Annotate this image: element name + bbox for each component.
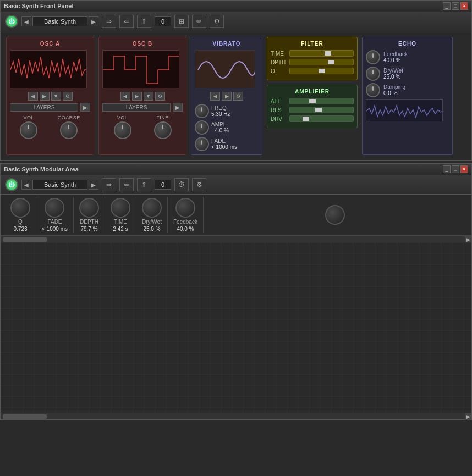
osc-b-layers-label: LAYERS [102,103,171,112]
preset-number: 0 [155,16,171,26]
amp-rls-label: RLS [271,107,287,113]
filter-q-row: Q [271,68,354,74]
close-button[interactable]: ✕ [460,2,468,10]
power-button[interactable] [5,15,18,28]
kb-time-value: 2.42 s [113,226,128,232]
osc-a-down-button[interactable]: ▼ [51,92,61,101]
vibrato-prev-button[interactable]: ◀ [210,92,220,101]
kb-drywet-knob[interactable] [142,198,162,218]
wire-svg [1,242,471,413]
vibrato-settings-button[interactable]: ⚙ [233,92,243,101]
amp-att-label: ATT [271,98,287,104]
arrange-button[interactable]: ⊞ [174,15,189,28]
amp-drv-thumb[interactable] [303,117,309,121]
osc-a-coarse-knob[interactable] [60,121,78,139]
osc-a-settings-button[interactable]: ⚙ [63,92,73,101]
modular-scroll-thumb-top[interactable] [3,237,47,242]
modular-preset-next-button[interactable]: ▶ [89,180,98,190]
kb-depth-knob[interactable] [79,198,99,218]
modular-close-button[interactable]: ✕ [460,165,468,173]
settings-button[interactable]: ⚙ [210,15,224,28]
modular-restore-button[interactable]: □ [452,165,459,173]
amp-att-thumb[interactable] [309,99,316,103]
modular-preset-prev-button[interactable]: ◀ [21,180,31,190]
osc-b-settings-button[interactable]: ⚙ [155,92,165,101]
vibrato-freq-knob[interactable] [195,104,209,118]
preset-prev-button[interactable]: ◀ [21,16,31,26]
amp-drv-track[interactable] [289,115,354,122]
osc-a-title: OSC A [10,41,90,47]
modular-load-button[interactable]: ⇐ [119,178,134,191]
preset-next-button[interactable]: ▶ [89,16,98,26]
filter-q-track[interactable] [289,68,354,74]
vibrato-ampl-row: AMPL 4.0 % [195,120,259,135]
modular-scroll-top[interactable]: ▶ [1,236,471,242]
modular-scroll-thumb-bottom[interactable] [3,414,47,419]
kb-time-knob[interactable] [111,198,130,218]
osc-a-prev-button[interactable]: ◀ [28,92,38,101]
osc-b-fine-container: FINE [154,115,172,139]
vibrato-fade-knob[interactable] [195,137,209,151]
modular-settings-button[interactable]: ⚙ [192,178,206,191]
modular-clock-button[interactable]: ⏱ [174,178,189,191]
echo-damping-knob[interactable] [366,83,380,97]
knob-bar: Q 0.723 FADE < 1000 ms DEPTH 79.7 % TIME… [1,195,471,236]
vibrato-next-button[interactable]: ▶ [222,92,232,101]
load-button[interactable]: ⇐ [119,15,134,28]
kb-feedback-knob[interactable] [175,198,195,218]
modular-scroll-bottom[interactable]: ▶ [1,413,471,419]
amp-rls-track[interactable] [289,107,354,113]
modular-power-button[interactable] [5,178,18,191]
front-panel-window-controls: _ □ ✕ [443,2,468,10]
scroll-right-button[interactable]: ▶ [465,236,471,243]
echo-damping-knob-wrap [366,83,380,97]
osc-a-vol-knob[interactable] [20,121,37,139]
osc-b-next-button[interactable]: ▶ [132,92,142,101]
kb-extra-knob[interactable] [325,205,345,225]
osc-b-fine-knob[interactable] [154,121,172,139]
scroll-right-bottom-button[interactable]: ▶ [465,413,471,420]
amp-att-track[interactable] [289,98,354,104]
export-button[interactable]: ⇑ [137,15,151,28]
vibrato-ampl-knob[interactable] [195,120,209,135]
kb-feedback-item: Feedback 40.0 % [168,197,204,233]
filter-dpth-track[interactable] [289,59,354,65]
echo-drywet-knob[interactable] [366,67,380,81]
vibrato-module: VIBRATO ◀ ▶ ⚙ FREQ 5.30 Hz [191,37,262,155]
filter-time-thumb[interactable] [325,51,331,56]
filter-time-row: TIME [271,50,354,57]
echo-title: ECHO [366,41,449,47]
filter-q-thumb[interactable] [319,69,325,73]
amp-title: AMPLIFIER [271,88,354,95]
kb-depth-value: 79.7 % [80,226,97,232]
osc-b-vol-knob[interactable] [114,121,131,139]
edit-button[interactable]: ✏ [192,15,206,28]
osc-a-next-button[interactable]: ▶ [40,92,50,101]
filter-dpth-thumb[interactable] [328,60,334,64]
osc-a-layers-button[interactable]: ▶ [80,103,90,112]
modular-minimize-button[interactable]: _ [443,165,451,173]
osc-b-prev-button[interactable]: ◀ [120,92,130,101]
echo-feedback-knob-wrap [366,50,380,64]
kb-fade-value: < 1000 ms [42,226,68,232]
restore-button[interactable]: □ [452,2,459,10]
minimize-button[interactable]: _ [443,2,451,10]
modular-export-button[interactable]: ⇑ [137,178,151,191]
filter-dpth-label: DPTH [271,59,287,65]
save-button[interactable]: ⇒ [102,15,116,28]
kb-q-knob[interactable] [10,198,30,218]
filter-time-label: TIME [271,51,287,57]
osc-b-down-button[interactable]: ▼ [144,92,153,101]
modular-save-button[interactable]: ⇒ [102,178,116,191]
amp-module: AMPLIFIER ATT RLS DRV [267,85,358,128]
echo-damping-value: 0.0 % [383,90,405,96]
osc-b-module: OSC B ◀ ▶ ▼ ⚙ LAYERS ▶ VOL [98,37,186,155]
filter-time-track[interactable] [289,50,354,57]
front-panel-title: Basic Synth Front Panel [4,3,74,9]
kb-fade-knob[interactable] [45,198,64,218]
echo-feedback-knob[interactable] [366,50,380,64]
kb-drywet-label: Dry/Wet [142,219,162,225]
osc-b-layers-button[interactable]: ▶ [173,103,183,112]
amp-rls-thumb[interactable] [315,108,322,112]
osc-a-layers-label: LAYERS [10,103,78,112]
